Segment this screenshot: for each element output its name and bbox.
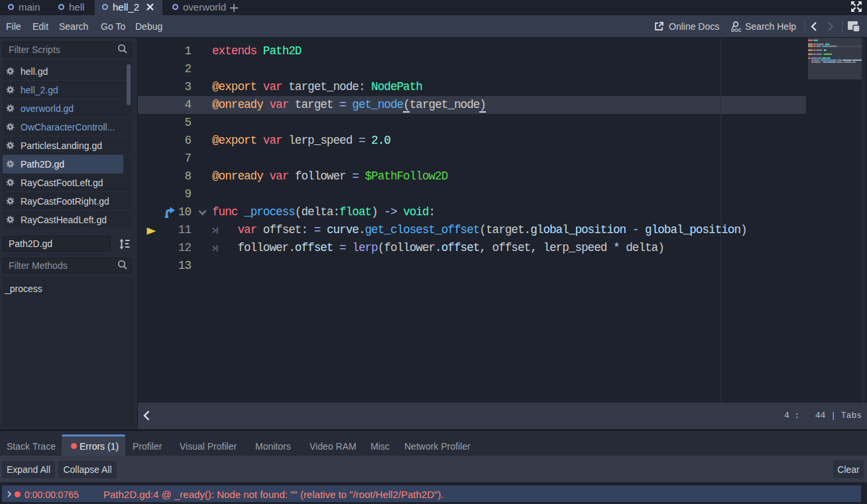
svg-text:DOC: DOC xyxy=(731,28,741,32)
